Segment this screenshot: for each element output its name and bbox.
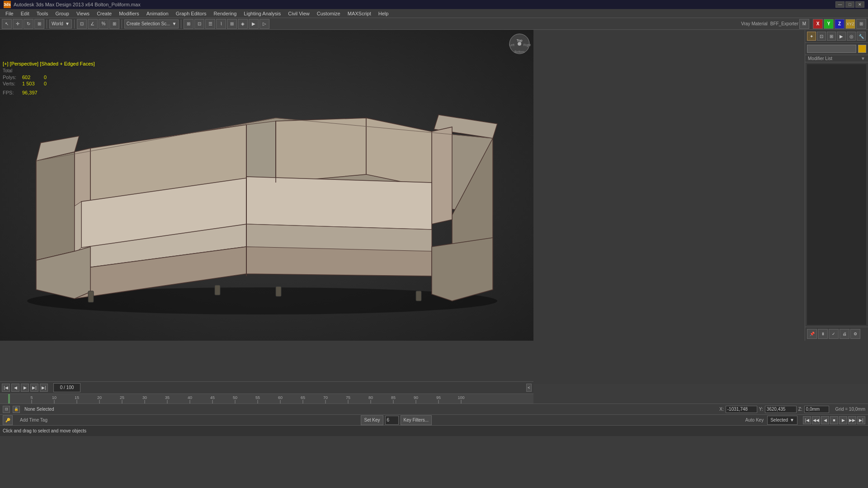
toolbar-sep-1 [47, 19, 47, 28]
menu-group[interactable]: Group [52, 10, 73, 17]
modifier-list-area[interactable] [807, 64, 866, 325]
snap-toggle-btn[interactable]: ⊡ [77, 19, 87, 29]
minimize-button[interactable]: — [835, 1, 844, 8]
schematic-view-btn[interactable]: ⊞ [227, 19, 237, 29]
menu-modifiers[interactable]: Modifiers [115, 10, 143, 17]
menu-edit[interactable]: Edit [17, 10, 33, 17]
menu-create[interactable]: Create [93, 10, 115, 17]
snap-settings-btn[interactable]: ⊡ [3, 406, 10, 413]
app-icon: 3ds [4, 1, 11, 8]
close-button[interactable]: ✕ [855, 1, 864, 8]
y-axis-btn[interactable]: Y [824, 19, 834, 29]
right-next-btn[interactable]: ▶▶ [848, 416, 856, 424]
angle-snap-btn[interactable]: ∠ [88, 19, 98, 29]
menu-tools[interactable]: Tools [33, 10, 52, 17]
material-editor-btn[interactable]: ◈ [238, 19, 248, 29]
title-bar-controls[interactable]: — □ ✕ [835, 1, 864, 8]
x-axis-btn[interactable]: X [813, 19, 823, 29]
right-go-start-btn[interactable]: |◀ [803, 416, 811, 424]
z-coord-field[interactable] [804, 406, 829, 413]
timeline-lock-btn[interactable]: 🔑 [3, 415, 13, 425]
set-key-btn[interactable]: Set Key [361, 415, 383, 425]
print-modifier-btn[interactable]: 🖨 [840, 329, 849, 339]
svg-text:65: 65 [301, 395, 305, 400]
modifier-buttons: 📌 ⏸ ✓ 🖨 ⚙ [805, 327, 868, 341]
right-play-fwd-btn[interactable]: ▶ [839, 416, 847, 424]
config-modifier-btn[interactable]: ⚙ [850, 329, 860, 339]
menu-views[interactable]: Views [73, 10, 93, 17]
svg-text:10: 10 [52, 395, 57, 400]
menu-lighting-analysis[interactable]: Lighting Analysis [240, 10, 284, 17]
timeline-expand-btn[interactable]: < [526, 384, 532, 392]
grid-label: Grid = 10,0mm [835, 407, 865, 412]
pause-modifier-btn[interactable]: ⏸ [818, 329, 828, 339]
y-coord-field[interactable] [765, 406, 797, 413]
key-filters-btn[interactable]: Key Filters... [401, 415, 432, 425]
frame-counter[interactable] [53, 383, 80, 392]
menu-civil-view[interactable]: Civil View [284, 10, 313, 17]
modifier-list-header[interactable]: Modifier List ▼ [805, 55, 868, 62]
extra-btn-1[interactable]: ⊞ [856, 19, 866, 29]
mirror-btn[interactable]: ⊞ [184, 19, 193, 29]
main-viewport[interactable]: [+] [Perspective] [Shaded + Edged Faces]… [0, 30, 533, 341]
svg-text:20: 20 [97, 395, 102, 400]
check-modifier-btn[interactable]: ✓ [829, 329, 839, 339]
curve-editor-btn[interactable]: ⌇ [216, 19, 226, 29]
playback-bar: |◀ ◀ ▶ ▶| ▶| < [0, 381, 533, 393]
right-stop-btn[interactable]: ■ [830, 416, 838, 424]
right-go-end-btn[interactable]: ▶| [857, 416, 865, 424]
motion-panel-btn[interactable]: ▶ [837, 32, 846, 41]
spinner-snap-btn[interactable]: ⊞ [109, 19, 119, 29]
frame-number-input[interactable] [385, 416, 399, 425]
x-coord-field[interactable] [726, 406, 757, 413]
maximize-button[interactable]: □ [845, 1, 854, 8]
go-to-start-btn[interactable]: |◀ [2, 384, 10, 392]
z-axis-btn[interactable]: Z [835, 19, 844, 29]
panel-icon-tabs: ✦ ⊡ ⊞ ▶ ◎ 🔧 [805, 30, 868, 43]
play-btn[interactable]: ▶ [21, 384, 29, 392]
create-panel-btn[interactable]: ✦ [807, 32, 816, 41]
layer-btn[interactable]: ☰ [205, 19, 215, 29]
svg-text:25: 25 [120, 395, 124, 400]
vray-toolbar: Vray Material BFF_Exporter M X Y Z XYZ ⊞ [741, 19, 866, 29]
timeline-ruler[interactable]: 5 10 15 20 25 30 35 40 45 50 55 60 65 70… [0, 394, 533, 404]
right-play-back-btn[interactable]: ◀ [821, 416, 829, 424]
svg-rect-80 [8, 394, 10, 404]
color-swatch[interactable] [858, 45, 866, 53]
color-input[interactable] [807, 45, 856, 53]
align-btn[interactable]: ⊡ [194, 19, 204, 29]
menu-file[interactable]: File [2, 10, 17, 17]
quick-render-btn[interactable]: ▷ [259, 19, 269, 29]
menu-rendering[interactable]: Rendering [210, 10, 241, 17]
rotate-tool-btn[interactable]: ↻ [24, 19, 33, 29]
vray-material-btn[interactable]: M [799, 19, 809, 29]
title-text: Autodesk 3ds Max Design 2013 x64 Bolton_… [14, 2, 141, 7]
menu-customize[interactable]: Customize [313, 10, 344, 17]
prev-frame-btn[interactable]: ◀ [11, 384, 19, 392]
right-prev-btn[interactable]: ◀◀ [812, 416, 820, 424]
move-tool-btn[interactable]: ✛ [13, 19, 23, 29]
menu-animation[interactable]: Animation [143, 10, 172, 17]
next-frame-btn[interactable]: ▶| [30, 384, 38, 392]
menu-maxscript[interactable]: MAXScript [344, 10, 375, 17]
world-dropdown[interactable]: World ▼ [49, 19, 72, 28]
display-panel-btn[interactable]: ◎ [847, 32, 856, 41]
navigation-gizmo[interactable]: Top Bottom Left Right [508, 33, 531, 55]
pin-modifier-btn[interactable]: 📌 [807, 329, 817, 339]
render-scene-btn[interactable]: ▶ [249, 19, 259, 29]
select-tool-btn[interactable]: ↖ [2, 19, 12, 29]
status-bar: ⊡ 🔒 None Selected X: Y: Z: Grid = 10,0mm [0, 404, 868, 414]
selected-dropdown[interactable]: Selected ▼ [767, 416, 797, 425]
lock-selection-btn[interactable]: 🔒 [13, 406, 20, 413]
modify-panel-btn[interactable]: ⊡ [817, 32, 826, 41]
scale-tool-btn[interactable]: ⊞ [34, 19, 44, 29]
create-selection-dropdown[interactable]: Create Selection Sc... ▼ [124, 19, 179, 28]
xyz-toggle-btn[interactable]: XYZ [845, 19, 855, 29]
menu-graph-editors[interactable]: Graph Editors [172, 10, 210, 17]
utilities-panel-btn[interactable]: 🔧 [857, 32, 866, 41]
go-to-end-btn[interactable]: ▶| [40, 384, 48, 392]
hierarchy-panel-btn[interactable]: ⊞ [827, 32, 836, 41]
svg-text:80: 80 [368, 395, 373, 400]
percent-snap-btn[interactable]: % [99, 19, 108, 29]
menu-help[interactable]: Help [375, 10, 392, 17]
